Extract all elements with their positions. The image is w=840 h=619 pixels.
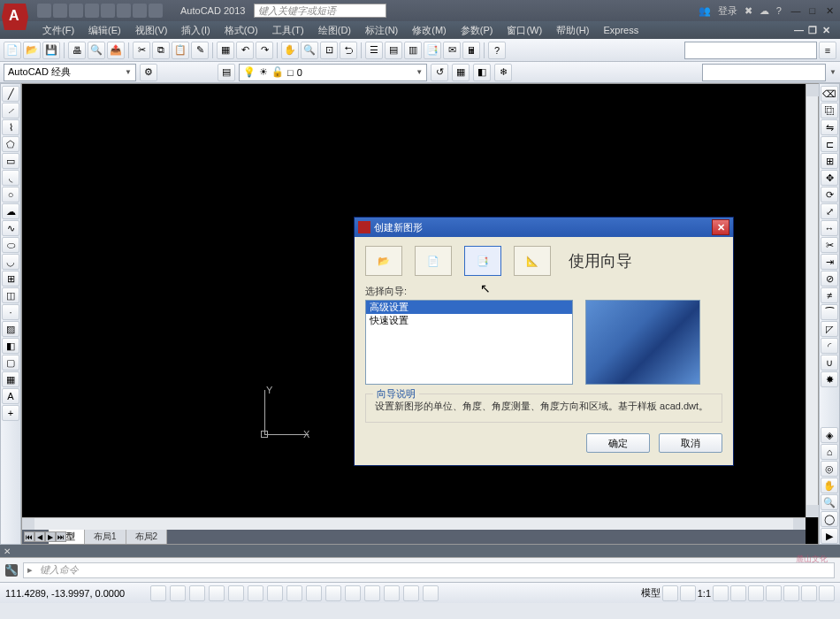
rotate-icon[interactable]: ⟳ bbox=[821, 187, 838, 203]
wizard-list[interactable]: 高级设置 快速设置 bbox=[365, 300, 573, 385]
revcloud-icon[interactable]: ☁ bbox=[2, 203, 19, 219]
command-handle-icon[interactable]: 🔧 bbox=[5, 564, 18, 577]
lineweight-select[interactable] bbox=[702, 64, 826, 81]
ortho-icon[interactable] bbox=[189, 585, 205, 601]
scale-icon[interactable]: ⤢ bbox=[821, 203, 838, 219]
tpy-icon[interactable] bbox=[345, 585, 361, 601]
array-icon[interactable]: ⊞ bbox=[821, 153, 838, 169]
menu-parametric[interactable]: 参数(P) bbox=[454, 24, 500, 37]
redo-icon[interactable]: ↷ bbox=[256, 42, 273, 59]
menu-insert[interactable]: 插入(I) bbox=[174, 24, 217, 37]
circle-icon[interactable]: ○ bbox=[2, 187, 19, 203]
dyn-icon[interactable] bbox=[306, 585, 322, 601]
mode-default-button[interactable]: 📄 bbox=[415, 246, 452, 276]
mirror-icon[interactable]: ⇋ bbox=[821, 119, 838, 135]
qp-icon[interactable] bbox=[364, 585, 380, 601]
copy-obj-icon[interactable]: ⿻ bbox=[821, 103, 838, 118]
snap-mode-icon[interactable] bbox=[150, 585, 166, 601]
addselected-icon[interactable]: + bbox=[2, 405, 19, 421]
workspace-settings-icon[interactable]: ⚙ bbox=[140, 64, 157, 81]
layer-states-icon[interactable]: ▦ bbox=[452, 64, 470, 81]
preview-icon[interactable]: 🔍 bbox=[88, 42, 105, 59]
explode-icon[interactable]: ✸ bbox=[821, 371, 838, 387]
ok-button[interactable]: 确定 bbox=[586, 433, 650, 453]
cut-icon[interactable]: ✂ bbox=[133, 42, 150, 59]
rectangle-icon[interactable]: ▭ bbox=[2, 153, 19, 169]
qat-open-icon[interactable] bbox=[53, 4, 67, 18]
insert-block-icon[interactable]: ⊞ bbox=[2, 271, 19, 287]
stretch-icon[interactable]: ↔ bbox=[821, 220, 838, 236]
linetype-icon[interactable]: ≡ bbox=[819, 42, 836, 59]
chamfer-icon[interactable]: ◸ bbox=[821, 321, 838, 337]
grid-icon[interactable] bbox=[170, 585, 186, 601]
pan-icon[interactable]: ✋ bbox=[281, 42, 299, 59]
trim-icon[interactable]: ✂ bbox=[821, 237, 838, 253]
navbar-showmotion-icon[interactable]: ▶ bbox=[821, 528, 838, 544]
login-button[interactable]: 登录 bbox=[718, 4, 737, 18]
hatch-icon[interactable]: ▨ bbox=[2, 321, 19, 337]
line-icon[interactable]: ╱ bbox=[2, 86, 19, 102]
close-button[interactable]: ✕ bbox=[822, 4, 836, 17]
layer-iso-icon[interactable]: ◧ bbox=[473, 64, 491, 81]
otrack-icon[interactable] bbox=[267, 585, 283, 601]
blend-icon[interactable]: ∪ bbox=[821, 355, 838, 371]
offset-icon[interactable]: ⊏ bbox=[821, 136, 838, 152]
publish-icon[interactable]: 📤 bbox=[107, 42, 125, 59]
exchange-icon[interactable]: ✖ bbox=[745, 5, 752, 17]
app-logo[interactable] bbox=[2, 4, 28, 30]
am-icon[interactable] bbox=[403, 585, 419, 601]
extend-icon[interactable]: ⇥ bbox=[821, 254, 838, 270]
ellipse-icon[interactable]: ⬭ bbox=[2, 237, 19, 253]
layer-select[interactable]: 💡 ☀ 🔓 □ 0 ▼ bbox=[239, 64, 427, 81]
list-item[interactable]: 快速设置 bbox=[366, 314, 572, 327]
copy-icon[interactable]: ⧉ bbox=[152, 42, 170, 59]
osnap3d-icon[interactable] bbox=[248, 585, 263, 601]
osnap-icon[interactable] bbox=[228, 585, 244, 601]
menu-edit[interactable]: 编辑(E) bbox=[81, 24, 128, 37]
markup-icon[interactable]: ✉ bbox=[443, 42, 461, 59]
join-icon[interactable]: ⁀ bbox=[821, 304, 838, 320]
zoom-realtime-icon[interactable]: 🔍 bbox=[301, 42, 318, 59]
make-block-icon[interactable]: ◫ bbox=[2, 287, 19, 303]
gradient-icon[interactable]: ◧ bbox=[2, 338, 19, 354]
sheet-set-icon[interactable]: 📑 bbox=[424, 42, 441, 59]
lwt-icon[interactable] bbox=[325, 585, 341, 601]
move-icon[interactable]: ✥ bbox=[821, 170, 838, 186]
layer-previous-icon[interactable]: ↺ bbox=[431, 64, 448, 81]
menu-help[interactable]: 帮助(H) bbox=[549, 24, 596, 37]
erase-icon[interactable]: ⌫ bbox=[821, 86, 838, 102]
spline-icon[interactable]: ∿ bbox=[2, 220, 19, 236]
quick-view-layouts-icon[interactable] bbox=[662, 585, 678, 601]
qat-more-icon[interactable] bbox=[149, 4, 163, 18]
menu-draw[interactable]: 绘图(D) bbox=[311, 24, 358, 37]
tab-nav-last-icon[interactable]: ⏭ bbox=[56, 531, 66, 542]
doc-minimize-button[interactable]: — bbox=[794, 25, 806, 35]
menu-window[interactable]: 窗口(W) bbox=[500, 24, 549, 37]
menu-file[interactable]: 文件(F) bbox=[35, 24, 81, 37]
quickcalc-icon[interactable]: 🖩 bbox=[462, 42, 480, 59]
tab-layout2[interactable]: 布局2 bbox=[126, 530, 168, 544]
menu-tools[interactable]: 工具(T) bbox=[265, 24, 311, 37]
mtext-icon[interactable]: A bbox=[2, 388, 19, 404]
navbar-orbit-icon[interactable]: ◯ bbox=[821, 511, 838, 527]
tool-palettes-icon[interactable]: ▥ bbox=[404, 42, 422, 59]
qat-saveas-icon[interactable] bbox=[85, 4, 99, 18]
layer-manager-icon[interactable]: ▤ bbox=[218, 64, 235, 81]
menu-express[interactable]: Express bbox=[596, 25, 645, 35]
menu-view[interactable]: 视图(V) bbox=[128, 24, 175, 37]
tab-nav-next-icon[interactable]: ▶ bbox=[45, 531, 56, 542]
save-icon[interactable]: 💾 bbox=[42, 42, 60, 59]
mode-open-button[interactable]: 📂 bbox=[365, 246, 402, 276]
help-icon[interactable]: ? bbox=[776, 5, 782, 16]
scrollbar-vertical[interactable] bbox=[806, 84, 818, 517]
zoom-window-icon[interactable]: ⊡ bbox=[320, 42, 338, 59]
list-item[interactable]: 高级设置 bbox=[366, 301, 572, 314]
block-editor-icon[interactable]: ▦ bbox=[217, 42, 234, 59]
cancel-button[interactable]: 取消 bbox=[659, 433, 722, 453]
polygon-icon[interactable]: ⬠ bbox=[2, 136, 19, 152]
fillet-icon[interactable]: ◜ bbox=[821, 338, 838, 354]
workspace-select[interactable]: AutoCAD 经典 ▼ bbox=[4, 64, 136, 81]
navbar-zoom-icon[interactable]: 🔍 bbox=[821, 494, 838, 510]
qat-undo-icon[interactable] bbox=[117, 4, 131, 18]
scrollbar-horizontal[interactable] bbox=[22, 517, 806, 530]
